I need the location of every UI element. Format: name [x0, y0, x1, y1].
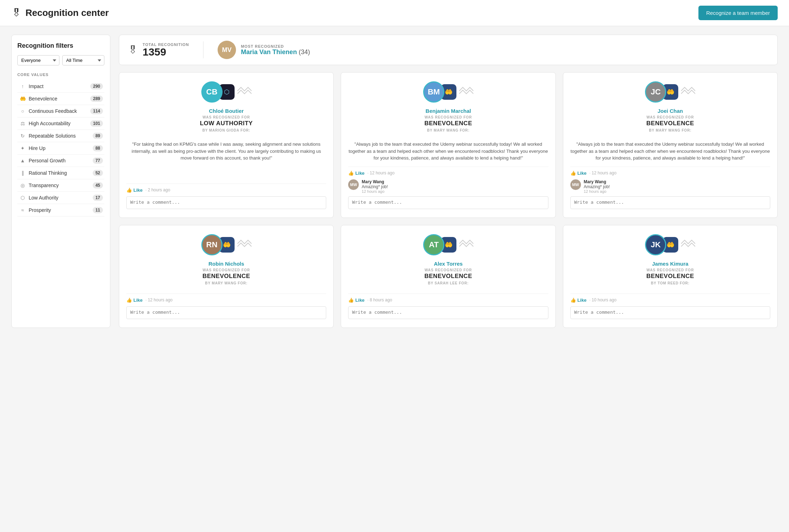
- card-recognized-for-label: WAS RECOGNIZED FOR: [203, 268, 250, 272]
- card-message: "Always job to the team that executed th…: [348, 141, 548, 162]
- card-avatars: RN 🤲: [201, 232, 252, 257]
- core-value-item[interactable]: ✦ Hire Up 88: [17, 142, 104, 155]
- card-value-name: BENEVOLENCE: [202, 273, 250, 280]
- comment-text: Amazing* job!: [584, 184, 610, 189]
- core-value-item[interactable]: 🤲 Benevolence 289: [17, 93, 104, 105]
- like-button[interactable]: 👍 Like: [126, 187, 143, 193]
- card-by-label: BY SARAH LEE FOR:: [428, 281, 468, 285]
- card-actions: 👍 Like · 8 hours ago: [348, 297, 548, 303]
- most-recognized-count: (34): [299, 48, 310, 56]
- value-count: 77: [93, 157, 103, 164]
- recognition-card: CB ⬡ Chloé Boutier WAS RECOGNIZED FOR LO…: [119, 72, 334, 218]
- value-count: 289: [90, 96, 103, 102]
- core-value-item[interactable]: ≈ Prosperity 11: [17, 204, 104, 216]
- recognition-card: JC 🤲 Joei Chan WAS RECOGNIZED FOR BENEVO…: [563, 72, 778, 218]
- comment-input[interactable]: [126, 306, 326, 319]
- comment-item: MW Mary Wang Amazing* job! 12 hours ago: [570, 179, 770, 193]
- most-recognized-info: MOST RECOGNIZED Maria Van Thienen (34): [241, 44, 310, 56]
- card-avatars: BM 🤲: [423, 80, 473, 104]
- core-value-item[interactable]: ◎ Transparency 45: [17, 179, 104, 192]
- card-header: BM 🤲 Benjamin Marchal WAS RECOGNIZED FOR…: [348, 80, 548, 136]
- like-button[interactable]: 👍 Like: [348, 297, 364, 303]
- zigzag-decoration: [681, 84, 695, 100]
- like-label: Like: [133, 297, 143, 303]
- zigzag-decoration: [237, 237, 252, 253]
- value-name: Rational Thinking: [29, 170, 93, 176]
- value-name: Prosperity: [29, 207, 93, 213]
- card-footer: 👍 Like · 10 hours ago: [570, 294, 770, 320]
- card-by-label: BY MARY WANG FOR:: [427, 128, 470, 132]
- card-value-name: BENEVOLENCE: [646, 273, 694, 280]
- card-main-avatar: CB: [201, 81, 223, 103]
- like-button[interactable]: 👍 Like: [126, 297, 143, 303]
- recognition-card: RN 🤲 Robin Nichols WAS RECOGNIZED FOR BE…: [119, 225, 334, 328]
- comment-input[interactable]: [126, 196, 326, 209]
- comment-avatar: MW: [348, 179, 359, 190]
- value-name: Hire Up: [29, 145, 93, 151]
- card-person-name[interactable]: Benjamin Marchal: [426, 108, 471, 114]
- card-main-avatar: JK: [645, 234, 666, 255]
- core-value-item[interactable]: ↑ Impact 290: [17, 80, 104, 93]
- recognition-filters-sidebar: Recognition filters Everyone All Time CO…: [11, 35, 110, 328]
- core-value-item[interactable]: ‖ Rational Thinking 52: [17, 167, 104, 179]
- comment-avatar: MW: [570, 179, 581, 190]
- like-button[interactable]: 👍 Like: [570, 297, 587, 303]
- like-button[interactable]: 👍 Like: [348, 170, 364, 176]
- card-person-name[interactable]: James Kimura: [652, 261, 689, 267]
- card-actions: 👍 Like · 12 hours ago: [570, 170, 770, 176]
- comment-time: 12 hours ago: [584, 189, 610, 193]
- recognize-team-member-button[interactable]: Recognize a team member: [698, 6, 778, 20]
- card-person-name[interactable]: Joei Chan: [657, 108, 683, 114]
- card-by-label: BY MARION GIODA FOR:: [202, 128, 250, 132]
- card-by-label: BY MARY WANG FOR:: [649, 128, 691, 132]
- card-avatars: JK 🤲: [645, 232, 695, 257]
- main-content: Recognition filters Everyone All Time CO…: [0, 26, 789, 336]
- card-person-name[interactable]: Alex Torres: [434, 261, 462, 267]
- stats-divider: [203, 41, 203, 58]
- card-message: "Always job to the team that executed th…: [570, 141, 770, 162]
- value-icon: ↑: [19, 83, 27, 89]
- card-actions: 👍 Like · 12 hours ago: [126, 297, 326, 303]
- core-value-item[interactable]: ▲ Personal Growth 77: [17, 155, 104, 167]
- core-value-item[interactable]: ⚖ High Accountability 101: [17, 117, 104, 130]
- recognition-card: AT 🤲 Alex Torres WAS RECOGNIZED FOR BENE…: [341, 225, 555, 328]
- card-value-name: BENEVOLENCE: [424, 120, 472, 127]
- most-recognized-name[interactable]: Maria Van Thienen (34): [241, 48, 310, 56]
- card-footer: 👍 Like · 8 hours ago: [348, 294, 548, 320]
- everyone-filter-select[interactable]: Everyone: [17, 55, 59, 65]
- card-person-name[interactable]: Chloé Boutier: [209, 108, 243, 114]
- comment-input[interactable]: [570, 306, 770, 319]
- comment-input[interactable]: [348, 196, 548, 209]
- like-label: Like: [355, 297, 364, 303]
- card-by-label: BY MARY WANG FOR:: [205, 281, 248, 285]
- value-icon: ⬡: [19, 195, 27, 201]
- card-actions: 👍 Like · 12 hours ago: [348, 170, 548, 176]
- core-value-item[interactable]: ○ Continuous Feedback 114: [17, 105, 104, 117]
- card-person-name[interactable]: Robin Nichols: [208, 261, 244, 267]
- comment-input[interactable]: [570, 196, 770, 209]
- card-footer: 👍 Like · 12 hours ago: [126, 294, 326, 320]
- like-button[interactable]: 👍 Like: [570, 170, 587, 176]
- card-footer: 👍 Like · 12 hours ago MW Mary Wang Amazi…: [348, 167, 548, 210]
- card-recognized-for-label: WAS RECOGNIZED FOR: [425, 268, 472, 272]
- like-label: Like: [577, 297, 587, 303]
- action-time: · 12 hours ago: [589, 170, 617, 175]
- zigzag-decoration: [459, 84, 473, 100]
- comment-input[interactable]: [348, 306, 548, 319]
- core-value-item[interactable]: ↻ Repeatable Solutions 89: [17, 130, 104, 142]
- total-recognition-stat: 🎖 TOTAL RECOGNITION 1359: [128, 42, 189, 57]
- value-name: Repeatable Solutions: [29, 133, 93, 139]
- total-recognition-info: TOTAL RECOGNITION 1359: [143, 42, 189, 57]
- card-footer: 👍 Like · 12 hours ago MW Mary Wang Amazi…: [570, 167, 770, 210]
- thumbs-up-icon: 👍: [570, 170, 576, 176]
- comment-item: MW Mary Wang Amazing* job! 12 hours ago: [348, 179, 548, 193]
- thumbs-up-icon: 👍: [348, 170, 354, 176]
- most-recognized-avatar: MV: [218, 41, 236, 59]
- most-recognized-stat: MV MOST RECOGNIZED Maria Van Thienen (34…: [218, 41, 310, 59]
- card-avatars: AT 🤲: [423, 232, 473, 257]
- core-value-item[interactable]: ⬡ Low Authority 17: [17, 192, 104, 204]
- value-name: Personal Growth: [29, 158, 93, 163]
- time-filter-select[interactable]: All Time: [62, 55, 104, 65]
- thumbs-up-icon: 👍: [348, 297, 354, 303]
- card-value-name: BENEVOLENCE: [646, 120, 694, 127]
